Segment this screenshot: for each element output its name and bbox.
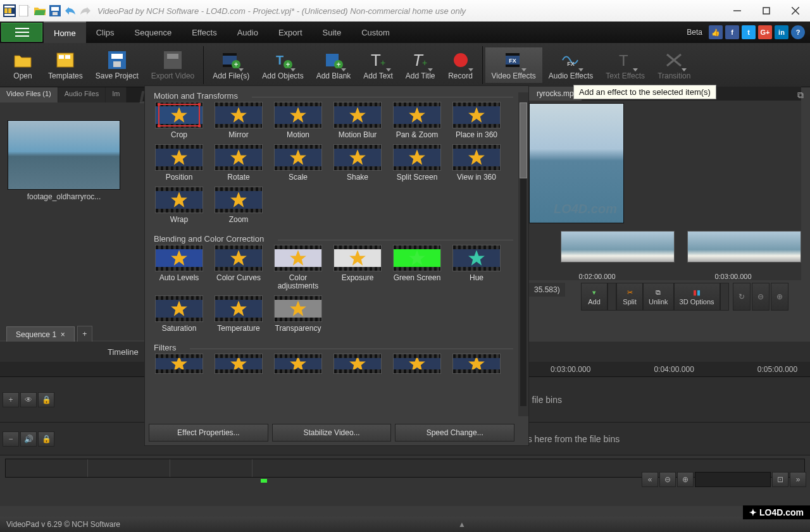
effect-rotate[interactable]: Rotate (211, 144, 266, 182)
svg-rect-9 (53, 12, 58, 15)
effect-zoom[interactable]: Zoom (211, 187, 266, 224)
maximize-button[interactable] (752, 1, 781, 20)
ribbon-add-blank[interactable]: +Add Blank (310, 47, 358, 83)
unlink-button[interactable]: ⧉Unlink (643, 283, 674, 311)
effect-exposure[interactable]: Exposure (330, 245, 385, 290)
effect-split-screen[interactable]: Split Screen (389, 144, 445, 182)
visibility-icon[interactable]: 👁 (20, 392, 37, 407)
clip-thumbnail[interactable]: footage_oldharryroc... (8, 120, 120, 201)
svg-marker-38 (386, 68, 391, 71)
effect-place-in-360[interactable]: Place in 360 (449, 102, 504, 139)
save-icon[interactable] (48, 4, 62, 18)
3d-options-button[interactable]: ▮▮3D Options (674, 283, 720, 311)
tl-right-icon[interactable]: » (790, 472, 806, 487)
ribbon-open[interactable]: Open (4, 47, 42, 83)
zoom-slider[interactable] (695, 472, 771, 487)
ribbon-add-objects[interactable]: T+Add Objects (256, 47, 309, 83)
ribbon-save-project[interactable]: Save Project (89, 47, 145, 83)
effect-scale[interactable]: Scale (270, 144, 326, 182)
add-sequence-button[interactable]: + (77, 326, 92, 342)
effect-color-curves[interactable]: Color Curves (211, 245, 266, 290)
sequence-tab[interactable]: Sequence 1 × (6, 326, 75, 342)
menu-custom[interactable]: Custom (351, 22, 400, 43)
new-icon[interactable] (18, 4, 32, 18)
help-icon[interactable]: ? (791, 25, 805, 39)
popout-icon[interactable]: ⧉ (797, 90, 804, 101)
ribbon-add-text[interactable]: T+Add Text (357, 47, 399, 83)
menu-effects[interactable]: Effects (182, 22, 227, 43)
effect-item[interactable] (151, 354, 207, 376)
add-dropdown[interactable] (608, 283, 616, 311)
effect-saturation[interactable]: Saturation (151, 295, 207, 333)
ribbon-audio-effects[interactable]: FXAudio Effects (542, 47, 600, 83)
menu-suite[interactable]: Suite (313, 22, 352, 43)
ribbon-video-effects[interactable]: FXVideo Effects (485, 47, 542, 83)
ribbon-add-title[interactable]: T+Add Title (399, 47, 442, 83)
effect-color-adjustments[interactable]: Color adjustments (270, 245, 326, 290)
open-folder-icon[interactable] (33, 4, 47, 18)
add-track-icon[interactable]: + (3, 392, 19, 407)
tab-audio-files[interactable]: Audio Files (58, 87, 106, 102)
hamburger-button[interactable] (1, 23, 42, 42)
remove-track-icon[interactable]: − (3, 431, 19, 447)
minimize-button[interactable] (723, 1, 752, 20)
effects-scrollbar[interactable] (518, 92, 528, 416)
menu-export[interactable]: Export (268, 22, 313, 43)
effect-item[interactable] (389, 354, 445, 376)
gplus-icon[interactable]: G+ (758, 25, 772, 39)
linkedin-icon[interactable]: in (775, 25, 788, 39)
close-button[interactable] (781, 1, 810, 20)
effect-wrap[interactable]: Wrap (151, 187, 207, 224)
redo-icon[interactable] (78, 4, 92, 18)
menu-home[interactable]: Home (44, 22, 86, 43)
effect-pan-zoom[interactable]: Pan & Zoom (389, 102, 445, 139)
effect-green-screen[interactable]: Green Screen (389, 245, 445, 290)
effect-motion[interactable]: Motion (270, 102, 326, 139)
ribbon-add-file-s-[interactable]: +Add File(s) (206, 47, 256, 83)
effect-item[interactable] (270, 354, 326, 376)
thumbs-up-icon[interactable]: 👍 (709, 25, 723, 39)
add-button[interactable]: ▾Add (581, 283, 608, 311)
effect-hue[interactable]: Hue (449, 245, 504, 290)
ribbon-templates[interactable]: Templates (42, 47, 89, 83)
ribbon-record[interactable]: Record (442, 47, 480, 83)
effect-shake[interactable]: Shake (330, 144, 385, 182)
effect-crop[interactable]: Crop (151, 102, 207, 139)
undo-icon[interactable] (63, 4, 77, 18)
mute-icon[interactable]: 🔊 (20, 431, 37, 447)
effect-transparency[interactable]: Transparency (270, 295, 326, 333)
tab-images[interactable]: Im (106, 87, 127, 102)
effect-view-in-360[interactable]: View in 360 (449, 144, 504, 182)
menu-audio[interactable]: Audio (227, 22, 268, 43)
expand-icon[interactable]: ▲ (458, 520, 466, 529)
effect-mirror[interactable]: Mirror (211, 102, 266, 139)
effect-item[interactable] (449, 354, 504, 376)
tl-left-icon[interactable]: « (642, 472, 658, 487)
twitter-icon[interactable]: t (742, 25, 756, 39)
menu-clips[interactable]: Clips (86, 22, 125, 43)
storyboard-thumb[interactable] (561, 231, 675, 263)
effect-motion-blur[interactable]: Motion Blur (330, 102, 385, 139)
effect-item[interactable] (330, 354, 385, 376)
stabilize-video-button[interactable]: Stabilize Video... (272, 424, 392, 442)
tl-fit-icon[interactable]: ⊡ (772, 472, 788, 487)
tl-zoom-in-icon[interactable]: ⊕ (677, 472, 694, 487)
tab-video-files[interactable]: Video Files (1) (0, 87, 58, 102)
effect-temperature[interactable]: Temperature (211, 295, 266, 333)
3d-dropdown[interactable] (720, 283, 729, 311)
lock-icon[interactable]: 🔒 (38, 392, 54, 407)
rotate-tool-icon[interactable]: ↻ (733, 283, 751, 311)
speed-change-button[interactable]: Speed Change... (395, 424, 514, 442)
effect-auto-levels[interactable]: Auto Levels (151, 245, 207, 290)
zoom-out-icon[interactable]: ⊖ (752, 283, 770, 311)
effect-position[interactable]: Position (151, 144, 207, 182)
lock-icon[interactable]: 🔒 (38, 431, 54, 447)
effect-item[interactable] (211, 354, 266, 376)
menu-sequence[interactable]: Sequence (125, 22, 182, 43)
effect-properties-button[interactable]: Effect Properties... (149, 424, 268, 442)
storyboard-thumb[interactable] (687, 231, 801, 263)
tl-zoom-out-icon[interactable]: ⊖ (659, 472, 676, 487)
split-button[interactable]: ✂Split (616, 283, 643, 311)
facebook-icon[interactable]: f (725, 25, 739, 39)
zoom-in-icon[interactable]: ⊕ (771, 283, 788, 311)
